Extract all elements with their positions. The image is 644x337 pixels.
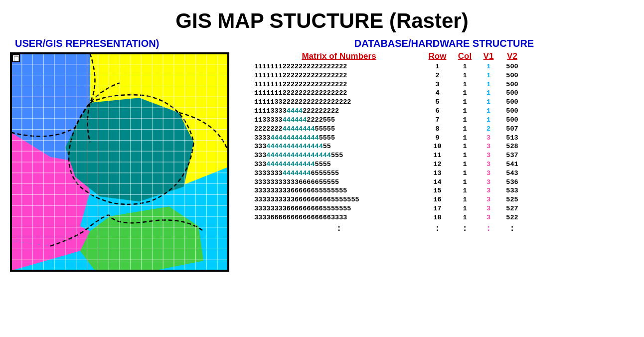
ellipsis-row: : : : : : (254, 222, 526, 235)
left-panel: USER/GIS REPRESENTATION) (10, 38, 239, 272)
table-row: 11111112222222222222222411500 (254, 89, 526, 98)
v2-col-header: V2 (498, 51, 526, 61)
svg-marker-4 (65, 98, 194, 201)
table-row: 33334444444444445555913513 (254, 134, 526, 143)
table-row: 3333333444444465555551313543 (254, 169, 526, 178)
col-col-header: Col (451, 51, 479, 61)
matrix-col-header: Matrix of Numbers (254, 51, 424, 61)
right-panel: DATABASE/HARDWARE STRUCTURE Matrix of Nu… (254, 38, 634, 235)
table-row: 11111112222222222222222311500 (254, 80, 526, 89)
table-row: 3333333333366666555551413536 (254, 178, 526, 187)
svg-marker-5 (80, 206, 204, 271)
row-col-header: Row (424, 51, 451, 61)
map-svg (11, 53, 228, 271)
db-structure-label: DATABASE/HARDWARE STRUCTURE (254, 38, 634, 49)
table-row: 22222224444444455555812507 (254, 125, 526, 134)
table-row: 333333333666666555555551513533 (254, 186, 526, 195)
data-rows: 1111111222222222222222211150011111112222… (254, 62, 526, 222)
table-row: 333333333366666666655555551613525 (254, 195, 526, 204)
svg-marker-2 (11, 53, 110, 162)
svg-marker-6 (11, 226, 90, 271)
table-row: 33344444444444444445551113537 (254, 151, 526, 160)
table-row: 11111112222222222222222211500 (254, 71, 526, 80)
left-label: USER/GIS REPRESENTATION) (15, 38, 159, 49)
table-row: 111113322222222222222222511500 (254, 98, 526, 107)
table-row: 111133334444222222222611500 (254, 107, 526, 116)
col-headers: Matrix of Numbers Row Col V1 V2 (254, 51, 526, 61)
svg-marker-1 (90, 53, 228, 187)
svg-marker-7 (154, 221, 228, 271)
map-container (10, 52, 229, 272)
table-row: 333366666666666666633331813522 (254, 213, 526, 222)
table-row: 11333334444442222555711500 (254, 116, 526, 125)
page-title: GIS MAP STUCTURE (Raster) (0, 0, 644, 38)
table-row: 3333333366666666655555551713527 (254, 204, 526, 213)
table-row: 33344444444444444551013528 (254, 142, 526, 151)
svg-marker-3 (11, 133, 90, 246)
table-row: 11111112222222222222222111500 (254, 62, 526, 71)
v1-col-header: V1 (479, 51, 498, 61)
map-checkbox (12, 54, 20, 62)
svg-rect-46 (11, 54, 228, 270)
svg-rect-0 (11, 53, 228, 271)
table-row: 33344444444444455551213541 (254, 160, 526, 169)
